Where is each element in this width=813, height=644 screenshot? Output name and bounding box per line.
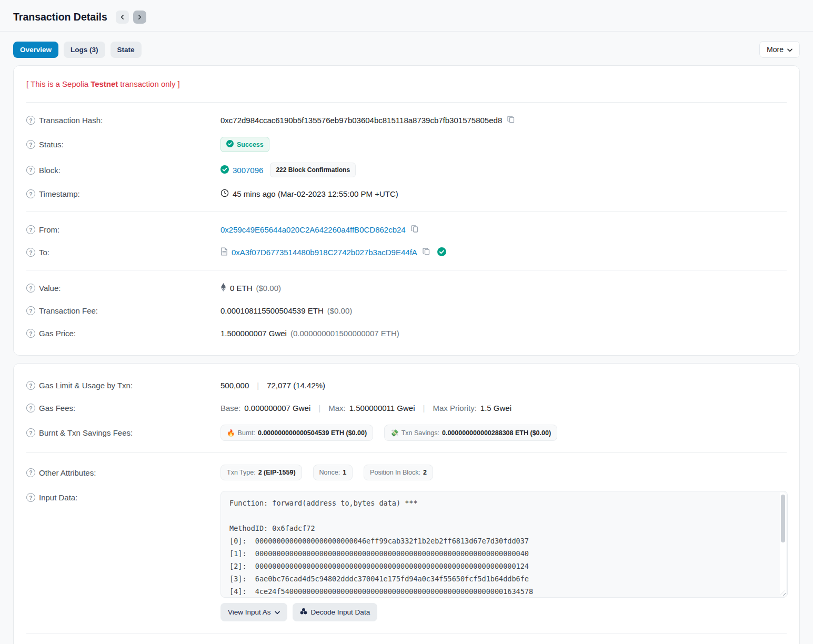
burnt-label: Burnt:	[238, 429, 255, 437]
timestamp-row: ? Timestamp: 45 mins ago (Mar-02-2023 12…	[26, 183, 787, 205]
notice-highlight: Testnet	[91, 79, 118, 88]
input-data-text: Function: forward(address to,bytes data)…	[229, 497, 774, 598]
gas-limit-usage-label: Gas Limit & Usage by Txn:	[39, 381, 133, 390]
details-card: ? Gas Limit & Usage by Txn: 500,000 | 72…	[13, 363, 800, 644]
value-eth: 0 ETH	[230, 284, 253, 293]
gas-price-label: Gas Price:	[39, 329, 76, 338]
more-dropdown-button[interactable]: More	[759, 41, 800, 58]
help-icon[interactable]: ?	[26, 248, 35, 257]
divider	[26, 270, 787, 270]
page-header: Transaction Details	[13, 0, 800, 31]
help-icon[interactable]: ?	[26, 381, 35, 390]
txn-savings-label: Txn Savings:	[402, 429, 439, 437]
scrollbar-thumb[interactable]	[781, 495, 785, 542]
notice-post: transaction only ]	[120, 79, 179, 88]
copy-transaction-hash-button[interactable]	[506, 115, 516, 125]
copy-icon	[422, 247, 430, 257]
help-icon[interactable]: ?	[26, 116, 35, 125]
money-wings-icon: 💸	[390, 429, 399, 437]
verified-contract-check-icon	[437, 247, 446, 258]
block-number-link[interactable]: 3007096	[233, 166, 263, 175]
help-icon[interactable]: ?	[26, 284, 35, 293]
tab-overview[interactable]: Overview	[13, 42, 58, 58]
position-in-block-value: 2	[423, 469, 427, 476]
transaction-fee-usd: ($0.00)	[327, 306, 353, 315]
view-input-as-label: View Input As	[228, 608, 271, 616]
help-icon[interactable]: ?	[26, 493, 35, 502]
help-icon[interactable]: ?	[26, 329, 35, 338]
tabs-row: Overview Logs (3) State More	[13, 32, 800, 65]
help-icon[interactable]: ?	[26, 225, 35, 234]
input-data-textarea[interactable]: Function: forward(address to,bytes data)…	[220, 491, 788, 598]
copy-from-address-button[interactable]	[409, 225, 420, 235]
divider	[26, 212, 787, 212]
testnet-notice: [ This is a SepoliaTestnettransaction on…	[26, 76, 787, 96]
copy-icon	[410, 225, 419, 235]
chevron-down-icon	[787, 45, 792, 54]
help-icon[interactable]: ?	[26, 468, 35, 477]
tabs: Overview Logs (3) State	[13, 42, 142, 58]
burnt-fee-badge: 🔥 Burnt: 0.000000000000504539 ETH ($0.00…	[220, 425, 373, 441]
transaction-hash-row: ? Transaction Hash: 0xc72d984ccac6190b5f…	[26, 109, 787, 132]
to-label: To:	[39, 248, 49, 257]
from-row: ? From: 0x259c49E65644a020C2A642260a4ffB…	[26, 218, 787, 241]
status-row: ? Status: Success	[26, 132, 787, 157]
divider	[26, 452, 787, 453]
notice-pre: [ This is a Sepolia	[26, 79, 88, 88]
transaction-fee-eth: 0.000108115500504539 ETH	[220, 306, 324, 315]
tab-state[interactable]: State	[111, 42, 142, 58]
help-icon[interactable]: ?	[26, 306, 35, 315]
max-fee-label: Max:	[328, 404, 346, 412]
check-circle-icon	[226, 140, 234, 149]
txn-savings-value: 0.000000000000288308 ETH ($0.00)	[442, 429, 551, 437]
txn-savings-badge: 💸 Txn Savings: 0.000000000000288308 ETH …	[384, 425, 557, 441]
help-icon[interactable]: ?	[26, 166, 35, 175]
transaction-hash-value: 0xc72d984ccac6190b5f135576eb97b03604bc81…	[220, 116, 502, 125]
to-row: ? To: 0xA3f07D6773514480b918C2742b027b3a…	[26, 241, 787, 264]
decode-icon	[300, 608, 307, 617]
other-attributes-row: ? Other Attributes: Txn Type: 2 (EIP-155…	[26, 459, 787, 486]
gas-fees-row: ? Gas Fees: Base: 0.000000007 Gwei | Max…	[26, 397, 787, 419]
burnt-savings-row: ? Burnt & Txn Savings Fees: 🔥 Burnt: 0.0…	[26, 419, 787, 446]
value-label: Value:	[39, 284, 61, 293]
gas-limit-usage-row: ? Gas Limit & Usage by Txn: 500,000 | 72…	[26, 374, 787, 397]
max-fee-value: 1.500000011 Gwei	[349, 404, 415, 412]
separator: |	[318, 404, 320, 412]
chevron-right-icon	[137, 15, 142, 19]
previous-transaction-button[interactable]	[116, 11, 129, 24]
status-label: Status:	[39, 140, 64, 149]
next-transaction-button[interactable]	[133, 11, 146, 24]
timestamp-label: Timestamp:	[39, 189, 80, 198]
from-address-link[interactable]: 0x259c49E65644a020C2A642260a4ffB0CD862cb…	[220, 225, 406, 234]
copy-icon	[507, 115, 515, 125]
page-title: Transaction Details	[13, 11, 107, 23]
timestamp-value: 45 mins ago (Mar-02-2023 12:55:00 PM +UT…	[233, 189, 398, 198]
status-text: Success	[237, 141, 264, 148]
help-icon[interactable]: ?	[26, 140, 35, 149]
position-in-block-badge: Position In Block: 2	[364, 465, 433, 480]
more-label: More	[767, 45, 784, 54]
view-input-as-button[interactable]: View Input As	[220, 603, 287, 621]
divider	[26, 633, 787, 633]
block-row: ? Block: 3007096 222 Block Confirmations	[26, 157, 787, 183]
block-confirmations-badge: 222 Block Confirmations	[270, 163, 356, 177]
copy-to-address-button[interactable]	[421, 247, 431, 257]
value-row: ? Value: 0 ETH ($0.00)	[26, 277, 787, 299]
from-label: From:	[39, 225, 59, 234]
gas-used-value: 72,077 (14.42%)	[267, 381, 325, 390]
help-icon[interactable]: ?	[26, 428, 35, 437]
decode-input-data-button[interactable]: Decode Input Data	[293, 603, 378, 621]
help-icon[interactable]: ?	[26, 189, 35, 198]
separator: |	[257, 381, 259, 390]
txn-type-value: 2 (EIP-1559)	[258, 469, 296, 476]
max-priority-fee-value: 1.5 Gwei	[480, 404, 511, 412]
fire-icon: 🔥	[227, 429, 235, 437]
input-data-scrollbar[interactable]	[780, 492, 786, 596]
to-address-link[interactable]: 0xA3f07D6773514480b918C2742b027b3acD9E44…	[232, 248, 417, 257]
gas-fees-label: Gas Fees:	[39, 404, 75, 412]
help-icon[interactable]: ?	[26, 404, 35, 412]
overview-card: [ This is a SepoliaTestnettransaction on…	[13, 65, 800, 356]
tab-logs[interactable]: Logs (3)	[64, 42, 105, 58]
nonce-value: 1	[343, 469, 346, 476]
nonce-badge: Nonce: 1	[313, 465, 353, 480]
